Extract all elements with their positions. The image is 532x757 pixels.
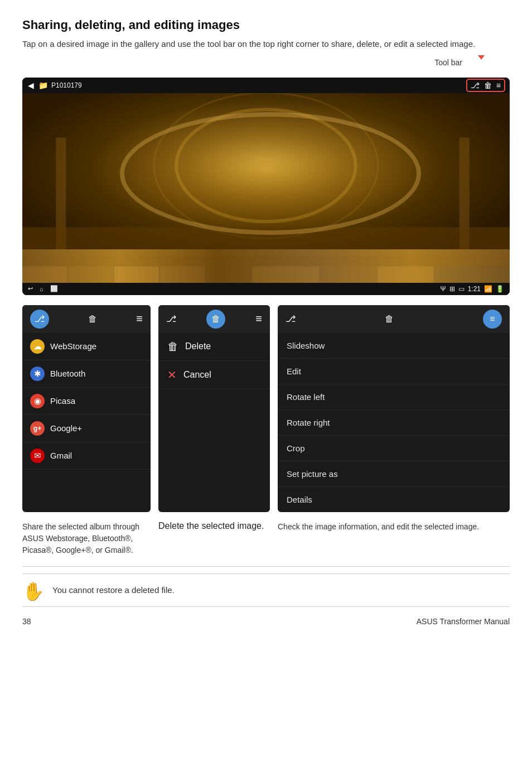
battery-icon: 🔋 (496, 285, 504, 293)
wifi-icon: 📶 (484, 285, 492, 293)
gallery-image (22, 93, 510, 283)
page-number: 38 (22, 617, 31, 626)
bluetooth-icon: ✱ (30, 367, 45, 381)
share-icon[interactable]: ⎇ 🗑 ≡ (467, 80, 504, 91)
phone-title: P1010179 (51, 81, 467, 89)
share-panel-share-icon[interactable]: ⎇ (30, 310, 49, 329)
delete-action-item[interactable]: 🗑 Delete (158, 333, 270, 361)
phone-top-right-icons: ⎇ 🗑 ≡ (467, 80, 504, 91)
cancel-action-item[interactable]: ✕ Cancel (158, 361, 270, 389)
set-picture-as-item[interactable]: Set picture as (278, 461, 510, 487)
divider (22, 566, 510, 567)
ceiling-painting (22, 93, 510, 283)
share-panel-top-icons: ⎇ 🗑 ≡ (22, 305, 151, 333)
edit-panel-top-icons: ⎇ 🗑 ≡ (278, 305, 510, 333)
svg-rect-12 (160, 266, 205, 282)
panels-row: ⎇ 🗑 ≡ ☁ WebStorage ✱ Bluetooth ◉ Picasa … (22, 305, 510, 512)
list-item[interactable]: ☁ WebStorage (22, 333, 151, 360)
svg-rect-8 (22, 266, 510, 282)
phone-status-info: Ψ ⊞ ▭ 1:21 📶 🔋 (441, 285, 504, 293)
edit-panel-menu-icon[interactable]: ≡ (483, 310, 502, 329)
note-text: You cannot restore a deleted file. (52, 581, 175, 597)
picasa-icon: ◉ (30, 394, 45, 408)
delete-panel-trash-icon[interactable]: 🗑 (206, 310, 225, 329)
trash-symbol[interactable]: 🗑 (484, 81, 492, 90)
back-icon[interactable]: ◀ (28, 81, 34, 90)
share-symbol-icon: ⎇ (35, 314, 45, 324)
delete-panel-share-icon[interactable]: ⎇ (166, 314, 176, 324)
hand-icon: ✋ (22, 581, 45, 602)
share-panel-menu-icon[interactable]: ≡ (136, 312, 143, 325)
signal-icon: Ψ (441, 285, 446, 293)
google-label: Google+ (50, 423, 82, 433)
edit-item[interactable]: Edit (278, 359, 510, 384)
page-description: Tap on a desired image in the gallery an… (22, 38, 510, 51)
toolbar-arrow-icon (478, 55, 485, 60)
picasa-label: Picasa (50, 396, 75, 406)
phone-bottom-bar: ↩ ⌂ ⬜ Ψ ⊞ ▭ 1:21 📶 🔋 (22, 283, 510, 295)
cancel-label: Cancel (183, 370, 211, 380)
webstorage-icon: ☁ (30, 339, 45, 354)
delete-icon: 🗑 (167, 340, 178, 353)
phone-mockup: ◀ 📁 P1010179 ⎇ 🗑 ≡ (22, 78, 510, 295)
slideshow-item[interactable]: Slideshow (278, 333, 510, 359)
edit-panel-description: Check the image information, and edit th… (278, 521, 510, 556)
undo-icon[interactable]: ↩ (28, 285, 33, 292)
page-title: Sharing, deleting, and editing images (22, 18, 510, 32)
square-icon[interactable]: ⬜ (50, 285, 58, 292)
gmail-icon: ✉ (30, 449, 45, 463)
page-footer: 38 ASUS Transformer Manual (22, 617, 510, 626)
descriptions-row: Share the selected album through ASUS We… (22, 521, 510, 556)
svg-rect-1 (22, 93, 510, 283)
share-symbol[interactable]: ⎇ (471, 81, 480, 90)
svg-point-2 (176, 109, 355, 221)
rotate-right-item[interactable]: Rotate right (278, 410, 510, 436)
menu-symbol[interactable]: ≡ (496, 81, 501, 90)
webstorage-label: WebStorage (50, 341, 96, 351)
delete-label: Delete (185, 341, 211, 351)
menu-icon: ≡ (490, 314, 495, 324)
toolbar-callout-area: Tool bar (22, 55, 510, 78)
phone-bottom-left-icons: ↩ ⌂ ⬜ (28, 285, 58, 292)
trash-icon: 🗑 (211, 314, 220, 324)
delete-panel-description: Delete the selected image. (158, 521, 270, 556)
svg-rect-13 (206, 266, 251, 282)
delete-panel-menu-icon[interactable]: ≡ (255, 312, 262, 325)
delete-panel: ⎇ 🗑 ≡ 🗑 Delete ✕ Cancel (158, 305, 270, 512)
bluetooth-label: Bluetooth (50, 369, 85, 378)
folder-icon: 📁 (38, 81, 48, 90)
svg-rect-11 (114, 266, 159, 282)
list-item[interactable]: ✉ Gmail (22, 442, 151, 470)
rotate-left-item[interactable]: Rotate left (278, 384, 510, 410)
edit-panel-share-icon[interactable]: ⎇ (286, 314, 296, 324)
svg-rect-16 (378, 266, 433, 282)
edit-menu-panel: ⎇ 🗑 ≡ Slideshow Edit Rotate left Rotate … (278, 305, 510, 512)
crop-item[interactable]: Crop (278, 436, 510, 461)
svg-rect-15 (320, 266, 376, 282)
delete-panel-top-icons: ⎇ 🗑 ≡ (158, 305, 270, 333)
time: 1:21 (468, 285, 481, 293)
footer-divider (22, 606, 510, 607)
note-area: ✋ You cannot restore a deleted file. (22, 573, 510, 602)
edit-panel-trash-icon[interactable]: 🗑 (385, 314, 394, 324)
phone-top-bar: ◀ 📁 P1010179 ⎇ 🗑 ≡ (22, 78, 510, 93)
gmail-label: Gmail (50, 451, 72, 460)
svg-rect-9 (22, 266, 67, 282)
share-panel: ⎇ 🗑 ≡ ☁ WebStorage ✱ Bluetooth ◉ Picasa … (22, 305, 151, 512)
list-item[interactable]: g+ Google+ (22, 415, 151, 442)
sim-icon: ▭ (458, 285, 465, 293)
list-item[interactable]: ◉ Picasa (22, 388, 151, 415)
share-panel-trash-icon[interactable]: 🗑 (88, 314, 97, 324)
list-item[interactable]: ✱ Bluetooth (22, 360, 151, 388)
google-icon: g+ (30, 421, 45, 436)
share-panel-description: Share the selected album through ASUS We… (22, 521, 151, 556)
svg-rect-6 (22, 227, 510, 283)
svg-rect-7 (22, 255, 510, 282)
cancel-icon: ✕ (167, 368, 177, 382)
details-item[interactable]: Details (278, 487, 510, 512)
svg-rect-10 (68, 266, 113, 282)
manual-name: ASUS Transformer Manual (417, 617, 510, 626)
home-icon[interactable]: ⌂ (40, 286, 43, 292)
grid-icon: ⊞ (449, 285, 455, 293)
toolbar-label: Tool bar (434, 58, 462, 67)
